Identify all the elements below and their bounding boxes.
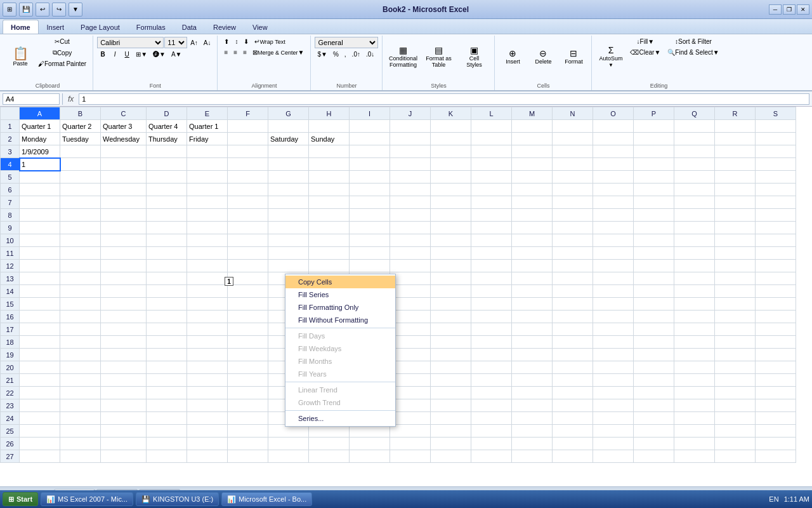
cell-L12[interactable] bbox=[471, 260, 512, 272]
cell-J3[interactable] bbox=[390, 145, 431, 158]
cell-K1[interactable] bbox=[431, 120, 471, 133]
cell-O8[interactable] bbox=[593, 209, 634, 222]
cell-G11[interactable] bbox=[268, 247, 309, 260]
cell-I3[interactable] bbox=[350, 145, 390, 158]
number-format-select[interactable]: General bbox=[315, 37, 378, 48]
cell-B10[interactable] bbox=[60, 234, 101, 247]
undo-btn[interactable]: ↩ bbox=[36, 3, 49, 17]
cell-O25[interactable] bbox=[593, 425, 634, 438]
cell-F11[interactable] bbox=[228, 247, 268, 260]
cell-B24[interactable] bbox=[60, 412, 101, 425]
cell-N27[interactable] bbox=[553, 450, 593, 463]
cell-L5[interactable] bbox=[471, 171, 512, 184]
increase-decimal-btn[interactable]: .0↑ bbox=[350, 50, 363, 59]
cell-C17[interactable] bbox=[101, 323, 147, 336]
cell-A25[interactable] bbox=[20, 425, 60, 438]
tab-page-layout[interactable]: Page Layout bbox=[72, 20, 128, 34]
cell-E25[interactable] bbox=[187, 425, 228, 438]
cell-L17[interactable] bbox=[471, 323, 512, 336]
cell-J24[interactable] bbox=[390, 412, 431, 425]
cell-J26[interactable] bbox=[390, 438, 431, 450]
wrap-text-btn[interactable]: ↵ Wrap Text bbox=[252, 37, 287, 46]
cell-L7[interactable] bbox=[471, 196, 512, 209]
ctx-series[interactable]: Series... bbox=[285, 412, 395, 425]
percent-btn[interactable]: % bbox=[331, 50, 341, 59]
cell-J1[interactable] bbox=[390, 120, 431, 133]
cell-L1[interactable] bbox=[471, 120, 512, 133]
cell-M6[interactable] bbox=[512, 184, 553, 196]
cell-B23[interactable] bbox=[60, 399, 101, 412]
cell-H10[interactable] bbox=[309, 234, 350, 247]
cell-B18[interactable] bbox=[60, 336, 101, 349]
cell-H12[interactable] bbox=[309, 260, 350, 272]
cell-E3[interactable] bbox=[187, 145, 228, 158]
cell-R20[interactable] bbox=[715, 361, 756, 374]
cell-I10[interactable] bbox=[350, 234, 390, 247]
cell-L10[interactable] bbox=[471, 234, 512, 247]
cell-J11[interactable] bbox=[390, 247, 431, 260]
cell-O14[interactable] bbox=[593, 285, 634, 298]
tab-formulas[interactable]: Formulas bbox=[128, 20, 174, 34]
cell-M12[interactable] bbox=[512, 260, 553, 272]
cell-S22[interactable] bbox=[756, 387, 796, 399]
cell-J8[interactable] bbox=[390, 209, 431, 222]
cell-M18[interactable] bbox=[512, 336, 553, 349]
cell-C23[interactable] bbox=[101, 399, 147, 412]
cell-L26[interactable] bbox=[471, 438, 512, 450]
cell-D9[interactable] bbox=[147, 222, 187, 234]
cell-N1[interactable] bbox=[553, 120, 593, 133]
cell-L25[interactable] bbox=[471, 425, 512, 438]
cell-S26[interactable] bbox=[756, 438, 796, 450]
delete-button[interactable]: ⊖ Delete bbox=[529, 37, 557, 76]
minimize-button[interactable]: ─ bbox=[769, 4, 782, 15]
cell-E18[interactable] bbox=[187, 336, 228, 349]
cell-O18[interactable] bbox=[593, 336, 634, 349]
cell-B27[interactable] bbox=[60, 450, 101, 463]
cell-H8[interactable] bbox=[309, 209, 350, 222]
cell-S1[interactable] bbox=[756, 120, 796, 133]
cell-E20[interactable] bbox=[187, 361, 228, 374]
cell-E2[interactable]: Friday bbox=[187, 133, 228, 145]
cell-L8[interactable] bbox=[471, 209, 512, 222]
cell-E12[interactable] bbox=[187, 260, 228, 272]
cell-P9[interactable] bbox=[634, 222, 674, 234]
cell-F18[interactable] bbox=[228, 336, 268, 349]
cell-I6[interactable] bbox=[350, 184, 390, 196]
cell-Q21[interactable] bbox=[674, 374, 715, 387]
cell-F10[interactable] bbox=[228, 234, 268, 247]
cell-Q5[interactable] bbox=[674, 171, 715, 184]
cell-A14[interactable] bbox=[20, 285, 60, 298]
cell-S19[interactable] bbox=[756, 349, 796, 361]
cell-P25[interactable] bbox=[634, 425, 674, 438]
cell-R24[interactable] bbox=[715, 412, 756, 425]
cell-C25[interactable] bbox=[101, 425, 147, 438]
cell-H3[interactable] bbox=[309, 145, 350, 158]
cell-P15[interactable] bbox=[634, 298, 674, 311]
cell-F9[interactable] bbox=[228, 222, 268, 234]
cell-D22[interactable] bbox=[147, 387, 187, 399]
cell-A13[interactable] bbox=[20, 272, 60, 285]
cell-B25[interactable] bbox=[60, 425, 101, 438]
ctx-fill-without-formatting[interactable]: Fill Without Formatting bbox=[285, 314, 395, 326]
cell-B11[interactable] bbox=[60, 247, 101, 260]
cell-B21[interactable] bbox=[60, 374, 101, 387]
redo-btn[interactable]: ↪ bbox=[52, 3, 66, 17]
cell-O9[interactable] bbox=[593, 222, 634, 234]
col-header-R[interactable]: R bbox=[715, 107, 756, 120]
find-select-button[interactable]: 🔍 Find & Select ▼ bbox=[665, 48, 721, 57]
cell-N8[interactable] bbox=[553, 209, 593, 222]
col-header-Q[interactable]: Q bbox=[674, 107, 715, 120]
cell-K13[interactable] bbox=[431, 272, 471, 285]
cell-B13[interactable] bbox=[60, 272, 101, 285]
cell-D21[interactable] bbox=[147, 374, 187, 387]
cell-G8[interactable] bbox=[268, 209, 309, 222]
cell-J19[interactable] bbox=[390, 349, 431, 361]
cell-J9[interactable] bbox=[390, 222, 431, 234]
cell-J4[interactable] bbox=[390, 158, 431, 171]
cell-B2[interactable]: Tuesday bbox=[60, 133, 101, 145]
cell-A27[interactable] bbox=[20, 450, 60, 463]
cell-K10[interactable] bbox=[431, 234, 471, 247]
cell-A21[interactable] bbox=[20, 374, 60, 387]
fill-color-button[interactable]: 🅐▼ bbox=[150, 50, 168, 59]
cell-F8[interactable] bbox=[228, 209, 268, 222]
